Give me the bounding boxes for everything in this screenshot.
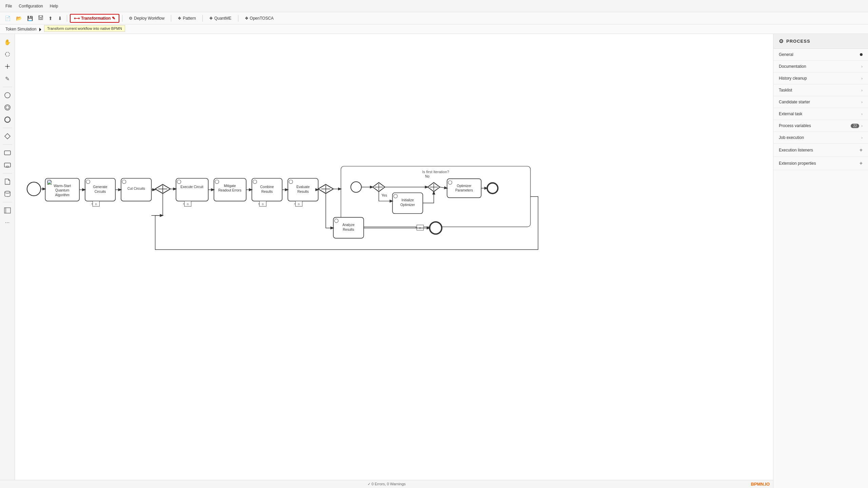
svg-text:Mitigate: Mitigate (224, 184, 236, 188)
external-task-chevron: › (861, 112, 863, 116)
svg-text:Algorithm: Algorithm (55, 193, 70, 197)
palette-data-store[interactable] (2, 188, 13, 199)
gear-icon: ⚙ (779, 38, 784, 44)
process-variables-right: 22 › (851, 124, 863, 128)
svg-text:Cut Circuits: Cut Circuits (127, 187, 145, 190)
palette-pool[interactable] (2, 205, 13, 216)
download-button[interactable]: ⬇ (56, 14, 64, 22)
panel-section-execution-listeners[interactable]: Execution listeners + (773, 144, 868, 157)
svg-text:+: + (91, 202, 93, 206)
save-button[interactable]: 💾 (25, 14, 35, 22)
palette-task[interactable] (2, 147, 13, 158)
panel-section-process-variables[interactable]: Process variables 22 › (773, 120, 868, 132)
svg-text:Analyze: Analyze (342, 223, 355, 227)
palette-edit-tool[interactable]: ✎ (2, 73, 13, 84)
toolbar-separator-4 (202, 15, 203, 22)
end-event[interactable] (430, 222, 442, 234)
open-file-button[interactable]: 📂 (14, 14, 24, 22)
panel-section-documentation[interactable]: Documentation › (773, 61, 868, 73)
pattern-icon: ❖ (178, 16, 181, 21)
deploy-workflow-button[interactable]: ⚙ Deploy Workflow (125, 14, 168, 22)
palette-sep-3 (3, 144, 12, 145)
pattern-button[interactable]: ❖ Pattern (174, 14, 200, 22)
toolbar-separator-1 (67, 15, 67, 22)
palette-end-event[interactable] (2, 114, 13, 125)
extension-properties-plus[interactable]: + (860, 160, 863, 166)
tasklist-chevron: › (861, 88, 863, 92)
palette-data-object[interactable] (2, 176, 13, 187)
svg-text:D: D (187, 203, 189, 206)
toolbar: 📄 📂 💾 ⬆ ⬇ ⟷ Transformation ✎ Transform c… (0, 12, 868, 24)
transformation-tooltip: Transform current workflow into native B… (44, 25, 125, 32)
panel-section-history-cleanup[interactable]: History cleanup › (773, 73, 868, 84)
palette-sep-1 (3, 87, 12, 87)
optimizer-params-task[interactable] (447, 179, 481, 198)
palette-start-event[interactable] (2, 90, 13, 101)
transformation-icon: ⟷ (74, 16, 80, 21)
svg-text:D: D (95, 203, 97, 206)
status-text: ✓ 0 Errors, 0 Warnings (368, 482, 406, 486)
svg-text:D: D (262, 203, 264, 206)
svg-text:+: + (415, 226, 417, 229)
svg-text:Generate: Generate (93, 185, 107, 189)
transformation-button[interactable]: ⟷ Transformation ✎ (70, 14, 119, 23)
quantme-icon: ❖ (209, 16, 213, 21)
new-file-button[interactable]: 📄 (3, 14, 13, 22)
toolbar-separator-5 (238, 15, 238, 22)
general-dot-icon (860, 53, 863, 56)
opentosca-button[interactable]: ❖ OpenTOSCA (241, 14, 277, 22)
bpmn-diagram: Warm-Start Quantum Algorithm Generate Ci… (15, 34, 773, 488)
token-simulation-label: Token Simulation (5, 27, 36, 32)
palette-sep-5 (3, 202, 12, 202)
token-simulation-icon: ⏵ (38, 26, 43, 32)
svg-text:Circuits: Circuits (95, 190, 106, 194)
menu-file[interactable]: File (3, 2, 15, 10)
menu-configuration[interactable]: Configuration (16, 2, 45, 10)
start-event[interactable] (27, 182, 41, 196)
svg-point-5 (5, 105, 10, 110)
toolbar-separator-3 (171, 15, 171, 22)
panel-section-job-execution[interactable]: Job execution › (773, 132, 868, 144)
svg-text:Combine: Combine (260, 185, 274, 189)
svg-point-12 (5, 191, 10, 193)
palette-lasso-tool[interactable] (2, 49, 13, 60)
svg-text:Parameters: Parameters (455, 188, 473, 192)
bpmn-canvas[interactable]: Warm-Start Quantum Algorithm Generate Ci… (15, 34, 773, 488)
transformation-label: Transformation (81, 16, 111, 21)
execution-listeners-plus[interactable]: + (860, 147, 863, 153)
svg-text:Results: Results (343, 228, 354, 231)
palette-subprocess[interactable] (2, 160, 13, 170)
svg-point-3 (7, 66, 8, 67)
upload-button[interactable]: ⬆ (46, 14, 55, 22)
svg-text:Execute Circuit: Execute Circuit (180, 185, 203, 189)
opentosca-icon: ❖ (245, 16, 249, 21)
svg-point-6 (6, 106, 9, 109)
opentosca-label: OpenTOSCA (250, 16, 274, 21)
svg-text:D: D (298, 203, 300, 206)
panel-section-extension-properties[interactable]: Extension properties + (773, 157, 868, 170)
svg-text:Yes: Yes (381, 194, 387, 197)
candidate-starter-chevron: › (861, 100, 863, 104)
subprocess-container[interactable] (341, 166, 530, 227)
panel-section-general[interactable]: General (773, 49, 868, 61)
palette-intermediate-event[interactable] (2, 102, 13, 113)
palette-hand-tool[interactable]: ✋ (2, 37, 13, 47)
palette-gateway[interactable] (2, 131, 13, 142)
svg-rect-9 (4, 151, 11, 155)
panel-section-external-task[interactable]: External task › (773, 108, 868, 120)
deploy-label: Deploy Workflow (134, 16, 164, 21)
svg-text:Evaluate: Evaluate (296, 185, 310, 189)
subprocess-end[interactable] (487, 183, 498, 194)
toolbar-separator-2 (122, 15, 122, 22)
panel-section-tasklist[interactable]: Tasklist › (773, 84, 868, 96)
svg-point-7 (5, 117, 10, 122)
menu-help[interactable]: Help (47, 2, 61, 10)
palette-space-tool[interactable] (2, 61, 13, 72)
subprocess-start[interactable] (351, 182, 361, 192)
process-variables-chevron: › (861, 124, 863, 128)
panel-section-candidate-starter[interactable]: Candidate starter › (773, 96, 868, 108)
palette-more-tools[interactable]: ··· (2, 217, 13, 228)
quantme-button[interactable]: ❖ QuantME (205, 14, 235, 22)
save-as-button[interactable] (36, 14, 45, 22)
svg-rect-13 (4, 208, 11, 213)
